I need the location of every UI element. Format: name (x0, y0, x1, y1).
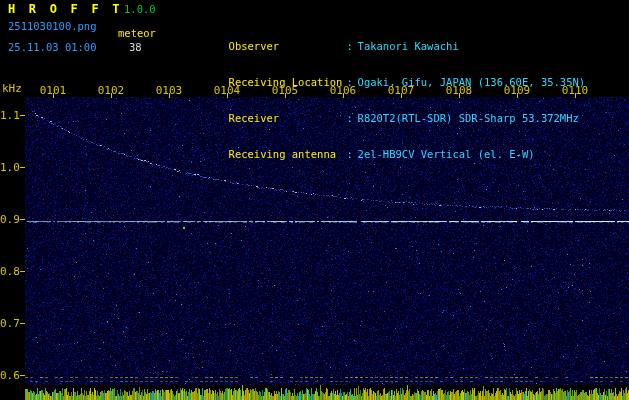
time-tick-label: 0108 (445, 84, 473, 97)
time-tick-label: 0105 (271, 84, 299, 97)
freq-tick-label: 0.6 (0, 369, 18, 382)
info-row-receiver: Receiver:R820T2(RTL-SDR) SDR-Sharp 53.37… (178, 100, 585, 112)
time-tick-label: 0107 (387, 84, 415, 97)
time-tick-label: 0106 (329, 84, 357, 97)
time-tick-label: 0101 (39, 84, 67, 97)
time-tick-label: 0102 (97, 84, 125, 97)
freq-axis-unit: kHz (2, 82, 22, 95)
info-colon: : (347, 148, 358, 160)
freq-tick-label: 1.0 (0, 161, 18, 174)
echo-count: 38 (129, 41, 142, 53)
timestamp: 25.11.03 01:00 (8, 41, 97, 53)
time-tick-label: 0109 (503, 84, 531, 97)
output-filename: 2511030100.png (8, 20, 97, 32)
time-tick-label: 0110 (561, 84, 589, 97)
info-row-location: Receiving Location:Ogaki, Gifu, JAPAN (1… (178, 64, 585, 76)
info-label: Receiver (229, 112, 347, 124)
time-tick-label: 0103 (155, 84, 183, 97)
info-label: Receiving antenna (229, 148, 347, 160)
freq-tick-label: 0.9 (0, 213, 18, 226)
freq-tick-label: 0.7 (0, 317, 18, 330)
app-version: 1.0.0 (124, 3, 156, 15)
info-value: R820T2(RTL-SDR) SDR-Sharp 53.372MHz (358, 112, 579, 124)
info-row-antenna: Receiving antenna:2el-HB9CV Vertical (el… (178, 136, 585, 148)
freq-tick-label: 1.1 (0, 109, 18, 122)
info-value: Takanori Kawachi (358, 40, 459, 52)
info-colon: : (347, 112, 358, 124)
info-row-observer: Observer:Takanori Kawachi (178, 28, 585, 40)
mode-label: meteor (118, 27, 156, 39)
freq-tick-label: 0.8 (0, 265, 18, 278)
info-label: Observer (229, 40, 347, 52)
info-colon: : (347, 40, 358, 52)
info-value: 2el-HB9CV Vertical (el. E-W) (358, 148, 535, 160)
hrofft-window: H R O F F T 1.0.0 2511030100.png meteor … (0, 0, 629, 400)
time-tick-label: 0104 (213, 84, 241, 97)
app-title: H R O F F T (8, 2, 123, 16)
